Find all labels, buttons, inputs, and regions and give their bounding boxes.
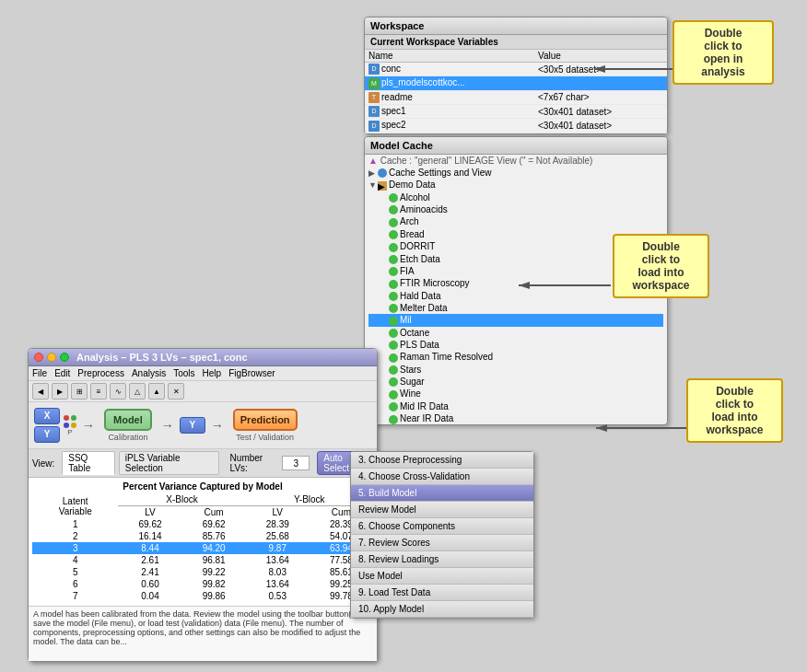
workflow-btn-3.-choose-preprocessing[interactable]: 3. Choose Preprocessing xyxy=(351,452,533,469)
analysis-table-row[interactable]: 2 16.14 85.76 25.68 54.07 xyxy=(32,530,373,542)
toolbar-btn-1[interactable]: ◀ xyxy=(32,383,49,400)
tree-arrow-empty xyxy=(380,414,389,423)
workspace-table-row[interactable]: Dspec1 <30x401 dataset> xyxy=(365,105,667,119)
analysis-table-row[interactable]: 5 2.41 99.22 8.03 85.61 xyxy=(32,566,373,578)
xy-output-block: Y xyxy=(180,417,205,434)
tree-item[interactable]: PLS Data xyxy=(368,339,663,351)
menu-item-preprocess[interactable]: Preprocess xyxy=(77,368,124,378)
num-lvs-input[interactable] xyxy=(282,456,310,470)
green-icon xyxy=(389,377,398,387)
analysis-table-row[interactable]: 7 0.04 99.86 0.53 99.78 xyxy=(32,590,373,602)
tree-item[interactable]: Arch xyxy=(368,215,663,227)
ws-row-icon: T xyxy=(368,92,380,103)
num-lvs-label: Number LVs: xyxy=(230,453,279,473)
minimize-button[interactable] xyxy=(47,353,56,362)
menu-item-figbrowser[interactable]: FigBrowser xyxy=(228,368,275,378)
analysis-table-area: Percent Variance Captured by Model Laten… xyxy=(29,478,377,606)
analysis-table-row[interactable]: 4 2.61 96.81 13.64 77.58 xyxy=(32,554,373,566)
toolbar-btn-2[interactable]: ▶ xyxy=(52,383,68,400)
tree-arrow-empty xyxy=(380,193,389,203)
menu-item-analysis[interactable]: Analysis xyxy=(132,368,166,378)
tree-item-label: Demo Data xyxy=(389,180,436,190)
workflow-btn-9.-load-test-data[interactable]: 9. Load Test Data xyxy=(351,585,533,601)
ws-row-icon: D xyxy=(368,121,380,132)
workspace-table-row[interactable]: Dspec2 <30x401 dataset> xyxy=(365,119,667,133)
workspace-table-row[interactable]: Mpls_modelscottkoc... xyxy=(365,76,667,90)
tree-arrow-empty xyxy=(380,353,389,362)
toolbar-btn-4[interactable]: ≡ xyxy=(90,383,107,400)
analysis-table-row[interactable]: 3 8.44 94.20 9.87 63.94 xyxy=(32,542,373,554)
tree-item[interactable]: ▼▶Demo Data xyxy=(368,179,663,191)
row-x-cum: 99.82 xyxy=(182,578,246,590)
tree-item[interactable]: Melter Data xyxy=(368,302,663,314)
tree-item-label: Aminoacids xyxy=(400,204,448,214)
workflow-btn-5.-build-model[interactable]: 5. Build Model xyxy=(351,485,533,502)
toolbar-btn-5[interactable]: ∿ xyxy=(110,383,126,400)
pp-dot-3 xyxy=(64,423,69,428)
tree-item[interactable]: Aminoacids xyxy=(368,203,663,215)
toolbar-btn-8[interactable]: ✕ xyxy=(168,383,184,400)
analysis-data-table: LatentVariable X-Block Y-Block LV Cum LV… xyxy=(32,493,373,602)
maximize-button[interactable] xyxy=(60,353,69,362)
table-title: Percent Variance Captured by Model xyxy=(32,481,373,492)
tree-item[interactable]: Near IR Data xyxy=(368,412,663,424)
tree-item[interactable]: Raman Time Resolved xyxy=(368,351,663,363)
tree-item[interactable]: Mil xyxy=(368,314,663,326)
tree-item[interactable]: Sugar xyxy=(368,376,663,388)
workflow-btn-10.-apply-model[interactable]: 10. Apply Model xyxy=(351,601,533,618)
tree-item[interactable]: Alcohol xyxy=(368,191,663,203)
menu-item-help[interactable]: Help xyxy=(203,368,222,378)
pp-label: P xyxy=(64,428,76,436)
workspace-table-row[interactable]: Dconc <30x5 dataset> xyxy=(365,63,667,76)
green-icon xyxy=(389,341,398,350)
y-input-btn[interactable]: Y xyxy=(34,426,60,443)
tree-item[interactable]: ▶Cache Settings and View xyxy=(368,167,663,179)
row-x-lv: 69.62 xyxy=(118,518,181,530)
toolbar-btn-6[interactable]: △ xyxy=(129,383,146,400)
row-y-lv: 13.64 xyxy=(246,554,310,566)
toolbar-btn-7[interactable]: ▲ xyxy=(148,383,165,400)
workflow-btn-review-model[interactable]: Review Model xyxy=(351,502,533,518)
row-x-cum: 85.76 xyxy=(182,530,246,542)
prediction-btn[interactable]: Prediction xyxy=(233,409,298,431)
menu-item-tools[interactable]: Tools xyxy=(173,368,194,378)
tree-arrow-empty xyxy=(380,341,389,350)
pipeline-calib-section: X Y P → Model Calibr xyxy=(34,408,301,443)
ws-row-icon: D xyxy=(368,64,380,75)
close-button[interactable] xyxy=(34,353,43,362)
tree-item[interactable]: Wine xyxy=(368,388,663,400)
workflow-btn-7.-review-scores[interactable]: 7. Review Scores xyxy=(351,535,533,551)
workflow-btn-use-model[interactable]: Use Model xyxy=(351,568,533,585)
traffic-lights[interactable] xyxy=(34,353,69,362)
menu-item-file[interactable]: File xyxy=(32,368,47,378)
pp-dot-2 xyxy=(71,415,76,421)
tree-item[interactable]: Mid IR Data xyxy=(368,400,663,412)
workspace-table-row[interactable]: Treadme <7x67 char> xyxy=(365,90,667,104)
analysis-table-row[interactable]: 1 69.62 69.62 28.39 28.39 xyxy=(32,518,373,530)
model-btn[interactable]: Model xyxy=(104,409,152,431)
workflow-btn-6.-choose-components[interactable]: 6. Choose Components xyxy=(351,518,533,535)
menu-item-edit[interactable]: Edit xyxy=(54,368,70,378)
row-x-cum: 96.81 xyxy=(182,554,246,566)
green-icon xyxy=(389,292,398,301)
tree-item[interactable]: Octane xyxy=(368,327,663,339)
x-input-btn[interactable]: X xyxy=(34,408,60,424)
row-y-lv: 0.53 xyxy=(246,590,310,602)
analysis-table-row[interactable]: 6 0.60 99.82 13.64 99.25 xyxy=(32,578,373,590)
y-out-btn[interactable]: Y xyxy=(180,417,205,434)
ws-row-value: <30x5 dataset> xyxy=(534,63,667,76)
toolbar-btn-3[interactable]: ⊞ xyxy=(71,383,88,400)
row-y-lv: 25.68 xyxy=(246,530,310,542)
ws-row-value: <30x401 dataset> xyxy=(534,119,667,133)
tree-item-label: Wine xyxy=(400,388,421,399)
tab-ssq-table[interactable]: SSQ Table xyxy=(62,451,115,475)
row-x-cum: 69.62 xyxy=(182,518,246,530)
cache-info-line: ▲ Cache : "general" LINEAGE View (" = No… xyxy=(365,155,667,167)
row-x-cum: 94.20 xyxy=(182,542,246,554)
tree-item[interactable]: Stars xyxy=(368,364,663,376)
tree-arrow-empty xyxy=(380,329,389,338)
workflow-btn-4.-choose-cross-validation[interactable]: 4. Choose Cross-Validation xyxy=(351,469,533,485)
ws-row-value: <30x401 dataset> xyxy=(534,105,667,119)
tab-ipls[interactable]: iPLS Variable Selection xyxy=(119,451,219,475)
workflow-btn-8.-review-loadings[interactable]: 8. Review Loadings xyxy=(351,551,533,568)
